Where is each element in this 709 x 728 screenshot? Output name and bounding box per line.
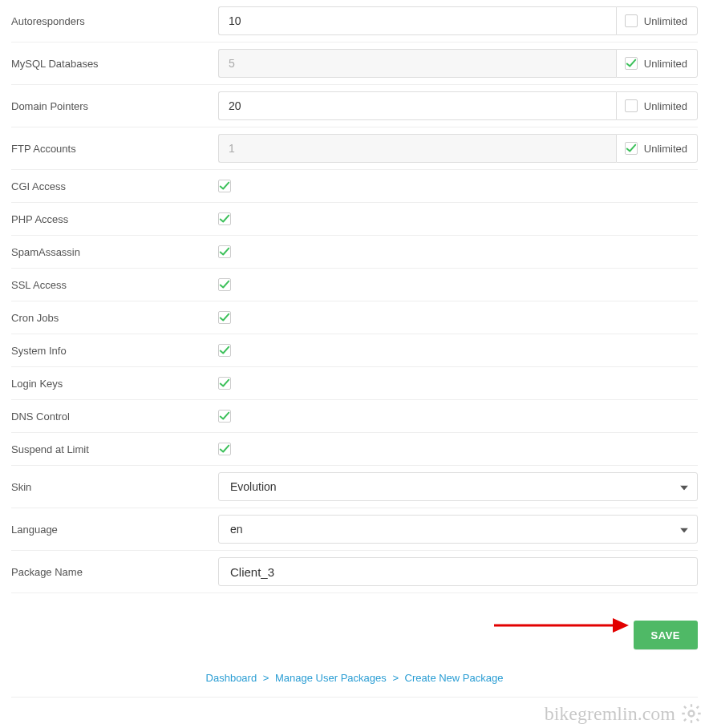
dns-label: DNS Control [11, 411, 218, 423]
mysql-label: MySQL Databases [11, 58, 218, 70]
ftp-label: FTP Accounts [11, 143, 218, 155]
ssl-checkbox[interactable] [218, 278, 231, 291]
breadcrumb-create[interactable]: Create New Package [405, 672, 504, 684]
ssl-label: SSL Access [11, 279, 218, 291]
pointers-unlimited-checkbox[interactable] [625, 99, 638, 112]
language-select-value: en [230, 523, 243, 536]
breadcrumb-dashboard[interactable]: Dashboard [206, 672, 257, 684]
pointers-unlimited-label: Unlimited [644, 100, 687, 112]
autoresponders-input[interactable] [218, 6, 616, 35]
autoresponders-unlimited-label: Unlimited [644, 15, 687, 27]
pointers-label: Domain Pointers [11, 100, 218, 112]
breadcrumb-manage[interactable]: Manage User Packages [275, 672, 387, 684]
breadcrumb: Dashboard > Manage User Packages > Creat… [0, 657, 709, 692]
ftp-input [218, 134, 616, 163]
loginkeys-checkbox[interactable] [218, 377, 231, 390]
suspend-label: Suspend at Limit [11, 443, 218, 455]
php-checkbox[interactable] [218, 212, 231, 225]
footer-divider [11, 697, 698, 698]
skin-select-value: Evolution [230, 480, 277, 493]
skin-label: Skin [11, 481, 218, 493]
package-name-label: Package Name [11, 566, 218, 578]
suspend-checkbox[interactable] [218, 443, 231, 455]
ftp-unlimited-checkbox[interactable] [625, 142, 638, 155]
spam-label: SpamAssassin [11, 246, 218, 258]
autoresponders-label: Autoresponders [11, 15, 218, 27]
spam-checkbox[interactable] [218, 245, 231, 258]
language-select[interactable]: en [218, 515, 698, 544]
loginkeys-label: Login Keys [11, 378, 218, 390]
pointers-input[interactable] [218, 91, 616, 120]
ftp-unlimited-label: Unlimited [644, 143, 687, 155]
cgi-checkbox[interactable] [218, 180, 231, 192]
cron-label: Cron Jobs [11, 312, 218, 324]
autoresponders-unlimited-checkbox[interactable] [625, 14, 638, 27]
language-label: Language [11, 524, 218, 536]
skin-select[interactable]: Evolution [218, 472, 698, 501]
breadcrumb-sep: > [392, 672, 399, 684]
package-name-input[interactable] [218, 557, 698, 586]
annotation-arrow-icon [492, 615, 629, 636]
sysinfo-label: System Info [11, 345, 218, 357]
dns-checkbox[interactable] [218, 410, 231, 423]
mysql-unlimited-label: Unlimited [644, 58, 687, 70]
breadcrumb-sep: > [263, 672, 269, 684]
save-button[interactable]: SAVE [634, 621, 698, 649]
mysql-input [218, 49, 616, 78]
cron-checkbox[interactable] [218, 311, 231, 324]
mysql-unlimited-checkbox[interactable] [625, 57, 638, 70]
svg-marker-1 [613, 618, 629, 633]
php-label: PHP Access [11, 213, 218, 225]
sysinfo-checkbox[interactable] [218, 344, 231, 357]
cgi-label: CGI Access [11, 180, 218, 192]
